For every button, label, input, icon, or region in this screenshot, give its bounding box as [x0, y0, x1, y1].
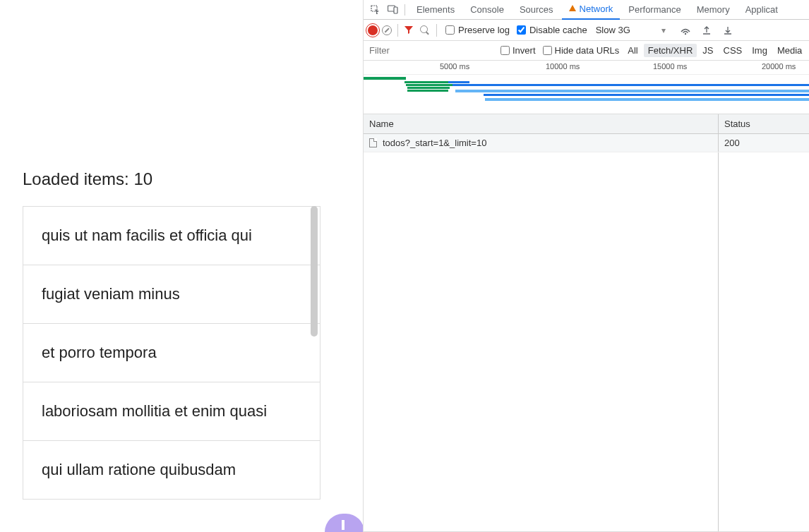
tab-memory[interactable]: Memory	[690, 0, 737, 20]
timeline-tick: 5000 ms	[440, 62, 469, 71]
tab-network-label: Network	[580, 4, 613, 14]
device-icon[interactable]	[385, 2, 400, 18]
list-item[interactable]: fugiat veniam minus	[23, 265, 320, 324]
tab-network[interactable]: Network	[562, 0, 621, 20]
filter-all[interactable]: All	[623, 44, 642, 57]
filter-input[interactable]	[364, 41, 498, 60]
fab-button[interactable]	[325, 514, 364, 532]
divider	[436, 24, 437, 37]
invert-checkbox[interactable]: Invert	[501, 45, 536, 56]
import-har-icon[interactable]	[722, 25, 733, 36]
hide-data-urls-checkbox[interactable]: Hide data URLs	[543, 45, 620, 56]
file-icon	[369, 138, 377, 147]
devtools-panel: Elements Console Sources Network Perform…	[364, 0, 809, 532]
timeline-tick: 20000 ms	[762, 62, 796, 71]
filter-js[interactable]: JS	[698, 44, 717, 57]
filter-img[interactable]: Img	[748, 44, 772, 57]
inspect-icon[interactable]	[368, 2, 383, 18]
export-har-icon[interactable]	[701, 25, 712, 36]
tab-sources[interactable]: Sources	[513, 0, 561, 20]
svg-point-3	[685, 32, 686, 34]
request-status: 200	[719, 134, 809, 152]
tab-application[interactable]: Applicat	[738, 0, 785, 20]
network-conditions-icon[interactable]	[680, 25, 691, 36]
clear-button[interactable]	[382, 25, 392, 35]
preserve-log-label: Preserve log	[458, 25, 510, 35]
request-name: todos?_start=1&_limit=10	[383, 138, 486, 148]
disable-cache-label: Disable cache	[529, 25, 587, 35]
loaded-items-title: Loaded items: 10	[23, 169, 320, 189]
chevron-down-icon[interactable]: ▾	[661, 25, 666, 35]
tab-console[interactable]: Console	[463, 0, 511, 20]
col-status-header[interactable]: Status	[719, 114, 809, 133]
col-name-header[interactable]: Name	[364, 114, 719, 133]
filter-media[interactable]: Media	[773, 44, 806, 57]
filter-css[interactable]: CSS	[719, 44, 747, 57]
search-icon[interactable]	[419, 25, 431, 36]
divider	[404, 4, 405, 16]
preserve-log-checkbox[interactable]: Preserve log	[445, 25, 510, 35]
hide-data-urls-label: Hide data URLs	[555, 45, 620, 56]
disable-cache-checkbox[interactable]: Disable cache	[517, 25, 587, 35]
divider	[397, 24, 398, 37]
table-header: Name Status	[364, 114, 809, 134]
tab-elements[interactable]: Elements	[409, 0, 462, 20]
throttle-select[interactable]: Slow 3G	[596, 25, 630, 35]
items-list[interactable]: quis ut nam facilis et officia qui fugia…	[23, 206, 320, 500]
list-item[interactable]: quis ut nam facilis et officia qui	[23, 207, 320, 265]
app-panel: Loaded items: 10 quis ut nam facilis et …	[0, 0, 364, 532]
timeline-tick: 15000 ms	[653, 62, 687, 71]
devtools-tabs: Elements Console Sources Network Perform…	[364, 0, 809, 20]
record-button[interactable]	[368, 25, 378, 35]
timeline-bars	[364, 75, 809, 114]
scrollbar[interactable]	[311, 206, 318, 337]
list-item[interactable]: laboriosam mollitia et enim quasi	[23, 382, 320, 441]
list-item[interactable]: qui ullam ratione quibusdam	[23, 441, 320, 500]
network-timeline[interactable]: 5000 ms 10000 ms 15000 ms 20000 ms	[364, 61, 809, 114]
timeline-tick: 10000 ms	[546, 62, 580, 71]
invert-label: Invert	[513, 45, 536, 56]
type-filters: All Fetch/XHR JS CSS Img Media	[623, 44, 806, 57]
filter-row: Invert Hide data URLs All Fetch/XHR JS C…	[364, 41, 809, 61]
warning-icon	[569, 5, 576, 11]
content-area: Loaded items: 10 quis ut nam facilis et …	[23, 169, 320, 500]
table-row[interactable]: todos?_start=1&_limit=10 200	[364, 134, 809, 152]
request-table: Name Status todos?_start=1&_limit=10 200	[364, 114, 809, 532]
toolbar-icons	[680, 25, 733, 36]
tab-performance[interactable]: Performance	[621, 0, 688, 20]
network-toolbar: Preserve log Disable cache Slow 3G ▾	[364, 20, 809, 41]
svg-rect-2	[394, 7, 397, 13]
list-item[interactable]: et porro tempora	[23, 324, 320, 382]
filter-icon[interactable]	[404, 25, 415, 36]
filter-fetch-xhr[interactable]: Fetch/XHR	[644, 44, 697, 57]
